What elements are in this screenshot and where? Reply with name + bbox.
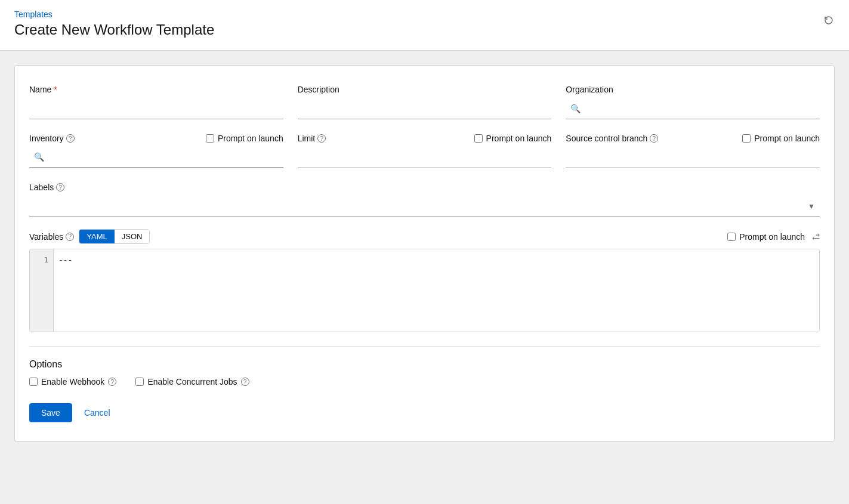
variables-prompt-on-launch[interactable]: Prompt on launch (727, 232, 805, 242)
limit-prompt-checkbox[interactable] (474, 134, 483, 143)
save-button[interactable]: Save (29, 403, 72, 422)
expand-icon[interactable]: ⥄ (812, 231, 820, 242)
enable-webhook-help-icon[interactable]: ? (108, 378, 116, 386)
options-title: Options (29, 359, 820, 370)
variables-prompt-checkbox[interactable] (727, 233, 736, 241)
limit-help-icon[interactable]: ? (317, 134, 326, 143)
inventory-search-icon[interactable]: 🔍 (29, 152, 49, 162)
enable-concurrent-jobs-checkbox[interactable] (135, 378, 144, 386)
inventory-help-icon[interactable]: ? (66, 134, 75, 143)
limit-label: Limit ? (298, 134, 326, 143)
row-inventory-limit-scb: Inventory ? Prompt on launch 🔍 Limit ? (29, 134, 820, 168)
limit-field-header: Limit ? Prompt on launch (298, 134, 552, 143)
json-button[interactable]: JSON (115, 230, 150, 243)
variables-label: Variables ? (29, 232, 74, 242)
enable-concurrent-jobs-help-icon[interactable]: ? (241, 378, 249, 386)
row-name-desc-org: Name * Description Organization 🔍 (29, 85, 820, 119)
inventory-field: Inventory ? Prompt on launch 🔍 (29, 134, 283, 168)
required-indicator: * (54, 85, 57, 94)
limit-field: Limit ? Prompt on launch (298, 134, 552, 168)
description-field: Description (298, 85, 552, 119)
organization-label: Organization (566, 85, 820, 94)
code-editor: 1 --- (29, 249, 820, 332)
scb-field-header: Source control branch ? Prompt on launch (566, 134, 820, 143)
scb-help-icon[interactable]: ? (650, 134, 658, 143)
organization-input-wrap: 🔍 (566, 98, 820, 119)
history-icon[interactable] (823, 14, 835, 28)
line-number-1: 1 (35, 254, 48, 267)
inventory-input[interactable] (49, 147, 283, 167)
description-input[interactable] (298, 98, 552, 119)
cancel-button[interactable]: Cancel (82, 403, 113, 422)
variables-label-group: Variables ? YAML JSON (29, 229, 150, 244)
scb-input[interactable] (566, 147, 820, 168)
limit-prompt-on-launch[interactable]: Prompt on launch (474, 134, 552, 143)
source-control-branch-field: Source control branch ? Prompt on launch (566, 134, 820, 168)
line-numbers: 1 (30, 249, 54, 332)
labels-input-wrap: ▼ (29, 196, 820, 217)
options-row: Enable Webhook ? Enable Concurrent Jobs … (29, 377, 820, 386)
button-row: Save Cancel (29, 403, 820, 422)
breadcrumb[interactable]: Templates (14, 10, 835, 19)
labels-label: Labels ? (29, 183, 820, 192)
scb-prompt-checkbox[interactable] (742, 134, 751, 143)
organization-field: Organization 🔍 (566, 85, 820, 119)
limit-input[interactable] (298, 147, 552, 168)
inventory-field-header: Inventory ? Prompt on launch (29, 134, 283, 143)
inventory-prompt-checkbox[interactable] (206, 134, 214, 143)
code-line-1: --- (58, 255, 72, 264)
labels-input[interactable] (29, 196, 803, 217)
name-label: Name * (29, 85, 283, 94)
organization-search-icon[interactable]: 🔍 (566, 104, 585, 113)
inventory-prompt-on-launch[interactable]: Prompt on launch (206, 134, 283, 143)
labels-help-icon[interactable]: ? (56, 183, 64, 191)
inventory-label: Inventory ? (29, 134, 75, 143)
variables-right: Prompt on launch ⥄ (727, 231, 820, 242)
scb-prompt-on-launch[interactable]: Prompt on launch (742, 134, 820, 143)
inventory-input-wrap: 🔍 (29, 147, 283, 168)
yaml-json-toggle: YAML JSON (79, 229, 150, 244)
variables-header: Variables ? YAML JSON Prompt on launch ⥄ (29, 229, 820, 244)
labels-dropdown-icon[interactable]: ▼ (803, 202, 820, 211)
variables-section: Variables ? YAML JSON Prompt on launch ⥄… (29, 229, 820, 332)
yaml-button[interactable]: YAML (79, 230, 114, 243)
enable-concurrent-jobs-option[interactable]: Enable Concurrent Jobs ? (135, 377, 249, 386)
scb-label: Source control branch ? (566, 134, 658, 143)
row-labels: Labels ? ▼ (29, 183, 820, 217)
form-card: Name * Description Organization 🔍 (14, 65, 835, 442)
name-input[interactable] (29, 98, 283, 119)
enable-webhook-option[interactable]: Enable Webhook ? (29, 377, 116, 386)
name-field: Name * (29, 85, 283, 119)
options-section: Options Enable Webhook ? Enable Concurre… (29, 359, 820, 386)
enable-webhook-checkbox[interactable] (29, 378, 38, 386)
labels-field: Labels ? ▼ (29, 183, 820, 217)
variables-help-icon[interactable]: ? (66, 233, 74, 241)
code-content[interactable]: --- (54, 249, 819, 332)
page-title: Create New Workflow Template (14, 21, 835, 38)
description-label: Description (298, 85, 552, 94)
organization-input[interactable] (585, 98, 820, 119)
divider (29, 347, 820, 347)
